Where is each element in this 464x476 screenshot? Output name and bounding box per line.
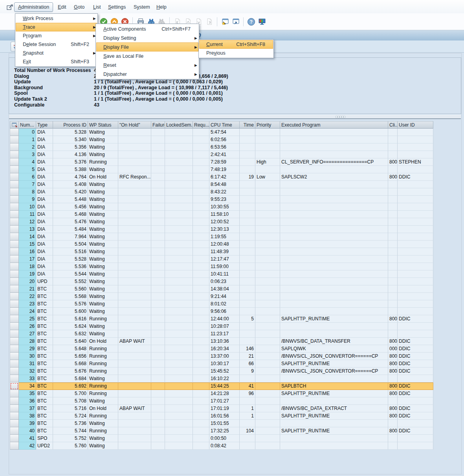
cell-hold[interactable] (118, 382, 151, 390)
cell-failures[interactable] (151, 233, 165, 241)
cell-locked[interactable] (165, 375, 193, 382)
cell-cpu[interactable]: 0:06:23 (209, 278, 240, 285)
menu-item-trace[interactable]: Trace▶ (16, 23, 97, 31)
cell-cpu[interactable]: 13:37:00 (209, 353, 240, 360)
cell-type[interactable]: BTC (36, 293, 53, 300)
row-selector[interactable] (10, 241, 19, 248)
cell-locked[interactable] (165, 151, 193, 158)
cell-pid[interactable]: 5.684 (53, 375, 88, 382)
cell-priority[interactable] (255, 129, 280, 136)
cell-client[interactable]: 800 (388, 405, 398, 412)
cell-priority[interactable] (255, 166, 280, 173)
row-selector[interactable] (10, 263, 19, 270)
cell-time[interactable] (240, 248, 255, 255)
cell-status[interactable]: Running (88, 158, 118, 166)
cell-type[interactable]: DIA (36, 136, 53, 143)
cell-program[interactable]: /BNWVS/BC_DATA_TRANSFER (280, 338, 388, 345)
cell-status[interactable]: Running (88, 412, 118, 420)
cell-requ[interactable] (193, 166, 209, 173)
cell-client[interactable]: 800 (388, 382, 398, 390)
cell-pid[interactable]: 4.136 (53, 151, 88, 158)
cell-cpu[interactable]: 12:44:00 (209, 315, 240, 323)
cell-locked[interactable] (165, 158, 193, 166)
cell-num[interactable]: 27 (19, 330, 36, 338)
cell-user[interactable]: DDIC (398, 315, 433, 323)
cell-status[interactable]: Running (88, 390, 118, 397)
cell-requ[interactable] (193, 226, 209, 233)
cell-cpu[interactable]: 9:56:06 (209, 308, 240, 315)
cell-priority[interactable] (255, 293, 280, 300)
cell-cpu[interactable]: 9:21:44 (209, 293, 240, 300)
cell-client[interactable] (388, 143, 398, 151)
cell-type[interactable]: UPD (36, 278, 53, 285)
cell-num[interactable]: 12 (19, 218, 36, 226)
row-selector[interactable] (10, 143, 19, 151)
menu-list[interactable]: List (93, 4, 101, 10)
cell-client[interactable] (388, 375, 398, 382)
cell-type[interactable]: DIA (36, 143, 53, 151)
cell-priority[interactable] (255, 427, 280, 435)
cell-program[interactable] (280, 375, 388, 382)
cell-type[interactable]: BTC (36, 285, 53, 293)
cell-requ[interactable] (193, 368, 209, 375)
column-header-hold[interactable]: "On Hold" (118, 121, 151, 129)
cell-pid[interactable]: 5.668 (53, 360, 88, 368)
menu-administration[interactable]: Administration (14, 2, 53, 12)
cell-requ[interactable] (193, 330, 209, 338)
cell-client[interactable] (388, 255, 398, 263)
cell-requ[interactable] (193, 300, 209, 308)
cell-client[interactable] (388, 435, 398, 442)
cell-priority[interactable] (255, 285, 280, 293)
cell-priority[interactable] (255, 263, 280, 270)
cell-priority[interactable] (255, 338, 280, 345)
cell-hold[interactable] (118, 278, 151, 285)
cell-time[interactable] (240, 300, 255, 308)
splitter-handle[interactable] (336, 116, 345, 118)
cell-program[interactable]: SAPLHTTP_RUNTIME (280, 427, 388, 435)
cell-user[interactable] (398, 323, 433, 330)
cell-client[interactable] (388, 323, 398, 330)
cell-num[interactable]: 42 (19, 442, 36, 450)
row-selector[interactable] (10, 315, 19, 323)
cell-failures[interactable] (151, 151, 165, 158)
cell-priority[interactable] (255, 308, 280, 315)
menu-item-previous[interactable]: Previous (199, 49, 273, 57)
cell-locked[interactable] (165, 211, 193, 218)
cell-hold[interactable] (118, 151, 151, 158)
menu-edit[interactable]: Edit (58, 4, 66, 10)
cell-requ[interactable] (193, 158, 209, 166)
cell-num[interactable]: 17 (19, 255, 36, 263)
cell-cpu[interactable]: 8:54:48 (209, 181, 240, 188)
cell-cpu[interactable]: 6:02:56 (209, 136, 240, 143)
cell-locked[interactable] (165, 315, 193, 323)
cell-priority[interactable] (255, 143, 280, 151)
menu-item-current[interactable]: CurrentCtrl+Shift+F8 (199, 40, 273, 49)
cell-user[interactable]: DDIC (398, 173, 433, 181)
cell-hold[interactable] (118, 129, 151, 136)
cell-program[interactable] (280, 255, 388, 263)
cell-failures[interactable] (151, 218, 165, 226)
cell-locked[interactable] (165, 255, 193, 263)
cell-hold[interactable] (118, 181, 151, 188)
cell-user[interactable]: DDIC (398, 427, 433, 435)
cell-client[interactable] (388, 420, 398, 427)
cell-hold[interactable] (118, 226, 151, 233)
cell-requ[interactable] (193, 285, 209, 293)
row-selector[interactable] (10, 151, 19, 158)
cell-client[interactable] (388, 211, 398, 218)
cell-num[interactable]: 1 (19, 136, 36, 143)
column-header-client[interactable]: Cli... (388, 121, 398, 129)
cell-requ[interactable] (193, 173, 209, 181)
cell-hold[interactable] (118, 203, 151, 211)
cell-type[interactable]: BTC (36, 427, 53, 435)
cell-pid[interactable]: 4.764 (53, 173, 88, 181)
cell-locked[interactable] (165, 353, 193, 360)
cell-client[interactable] (388, 188, 398, 196)
cell-pid[interactable]: 5.576 (53, 300, 88, 308)
cell-cpu[interactable]: 1:19:55 (209, 233, 240, 241)
row-selector[interactable] (10, 129, 19, 136)
cell-cpu[interactable]: 12:30:13 (209, 226, 240, 233)
cell-pid[interactable]: 5.504 (53, 241, 88, 248)
cell-user[interactable] (398, 129, 433, 136)
cell-status[interactable]: On Hold (88, 405, 118, 412)
